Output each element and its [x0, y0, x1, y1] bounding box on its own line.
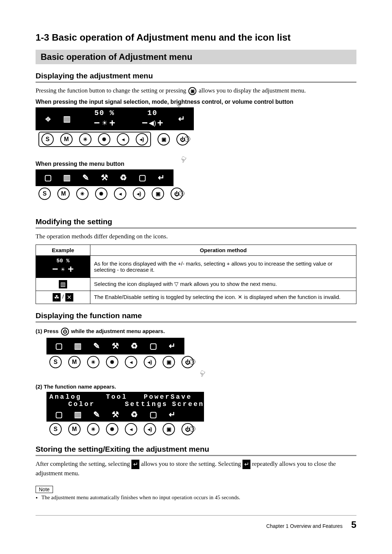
help-icon: ? [179, 190, 184, 196]
operation-table: Example Operation method 50 % − ☀ + As f… [36, 245, 356, 304]
storing-a: After completing the setting, selecting [36, 460, 131, 467]
menu-icon-inline: ▣ [188, 87, 196, 95]
help-icon: ? [184, 136, 190, 142]
method-text: Selecting the icon displayed with ▽ mark… [90, 278, 356, 291]
screen-icon: ▢ [49, 339, 68, 353]
cross-inline: ✕ [238, 294, 242, 300]
minus-icon: − [52, 264, 58, 275]
screen-icon: ▢ [38, 171, 57, 185]
brightness-icon: ☀ [101, 119, 109, 127]
return-icon-inline: ↵ [242, 460, 250, 469]
brightness-value: 50 % [94, 109, 115, 117]
s-button[interactable]: S [49, 423, 62, 435]
bright-dim-button[interactable]: ✳ [76, 188, 89, 200]
step1-b: while the adjustment menu appears. [71, 328, 165, 334]
bright-up-button[interactable]: ✺ [98, 133, 110, 145]
power-icon-inline: ⏻ [61, 328, 69, 336]
label-analog: Analog [49, 393, 87, 401]
s-button[interactable]: S [38, 188, 51, 200]
monitor-icon: ▥ [59, 280, 67, 288]
m-button[interactable]: M [60, 133, 73, 145]
vol-low-button[interactable]: ◂ [125, 423, 137, 435]
example-toggle: ☘ / ✕ [36, 291, 90, 304]
th-method: Operation method [90, 245, 356, 255]
settings-icon: ⚒ [106, 339, 125, 353]
color-icon: ▥ [68, 339, 87, 353]
button-row: S M ✳ ✺ ◂ ◂) ▣ ⏻ ? [36, 132, 356, 147]
vol-high-button[interactable]: ◂) [133, 188, 145, 200]
subheading-func-name: Displaying the function name [36, 311, 356, 323]
label-tool: Tool [106, 393, 144, 401]
return-icon-inline: ↵ [131, 460, 139, 469]
plus-icon: + [109, 117, 115, 129]
s-button[interactable]: S [41, 133, 54, 145]
note-label: Note [36, 486, 53, 493]
input-icon: ⎆ [38, 112, 57, 126]
slash: / [62, 294, 65, 300]
button-row: S M ✳ ✺ ◂ ◂) ▣ ⏻ ? [46, 356, 356, 368]
tool-icon: ✎ [87, 339, 106, 353]
bright-up-button[interactable]: ✺ [106, 423, 118, 435]
tool-icon: ✎ [76, 171, 95, 185]
monitor-icon: ▥ [57, 112, 76, 126]
txt-b: is displayed when the function is invali… [244, 294, 340, 300]
vol-plus-icon: + [157, 117, 163, 129]
vol-low-button[interactable]: ◂ [114, 188, 126, 200]
example-brightness: 50 % − ☀ + [36, 255, 90, 278]
step1-a: (1) Press [36, 328, 60, 334]
subheading-storing: Storing the setting/Exiting the adjustme… [36, 445, 356, 456]
m-button[interactable]: M [68, 356, 81, 368]
bright-dim-button[interactable]: ✳ [87, 423, 99, 435]
settings-icon: ⚒ [106, 408, 125, 422]
bright-up-button[interactable]: ✺ [95, 188, 107, 200]
heading-bar: Basic operation of Adjustment menu [36, 50, 356, 64]
bright-dim-button[interactable]: ✳ [79, 133, 91, 145]
return-icon: ↵ [163, 339, 181, 353]
color-icon: ▥ [57, 171, 76, 185]
line-signal-press: When pressing the input signal selection… [36, 99, 356, 105]
menu-button[interactable]: ▣ [158, 133, 170, 145]
label-screen: Screen [172, 401, 201, 408]
storing-text: After completing the setting, selecting … [36, 460, 356, 478]
vol-low-button[interactable]: ◂ [117, 133, 129, 145]
menu-button[interactable]: ▣ [152, 188, 164, 200]
vol-high-button[interactable]: ◂) [136, 133, 148, 145]
button-row: S M ✳ ✺ ◂ ◂) ▣ ⏻ ? [36, 188, 356, 200]
minus-icon: − [94, 117, 100, 129]
hand-pointer-icon: ☟ [179, 154, 346, 257]
screen2-icon: ▢ [144, 408, 163, 422]
heading-main: 1-3 Basic operation of Adjustment menu a… [36, 32, 356, 43]
vol-icon: ◀) [148, 119, 156, 127]
bright-up-button[interactable]: ✺ [106, 356, 118, 368]
osd-bar-menu: ▢ ▥ ✎ ⚒ ♻ ▢ ↵ [36, 169, 173, 186]
menu-button[interactable]: ▣ [163, 356, 175, 368]
note-list: The adjustment menu automatically finish… [36, 495, 356, 501]
help-icon: ? [189, 359, 195, 365]
menu-button[interactable]: ▣ [163, 423, 175, 435]
help-icon: ? [189, 426, 195, 432]
label-color: Color [68, 401, 106, 408]
screen-icon: ▢ [49, 408, 68, 422]
plus-icon: + [68, 264, 74, 275]
color-icon: ▥ [68, 408, 87, 422]
button-row: S M ✳ ✺ ◂ ◂) ▣ ⏻ ? [46, 423, 356, 435]
vol-low-button[interactable]: ◂ [125, 356, 137, 368]
vol-high-button[interactable]: ◂) [144, 356, 156, 368]
table-row: ☘ / ✕ The Enable/Disable setting is togg… [36, 291, 356, 304]
label-powersave: PowerSave [144, 393, 181, 401]
s-button[interactable]: S [49, 356, 62, 368]
m-button[interactable]: M [68, 423, 81, 435]
m-button[interactable]: M [57, 188, 70, 200]
hand-pointer-icon: ☟ [197, 368, 206, 379]
footer-chapter: Chapter 1 Overview and Features [266, 523, 343, 529]
example-value: 50 % [40, 258, 86, 264]
method-text: The Enable/Disable setting is toggled by… [90, 291, 356, 304]
powersave-icon: ♻ [114, 171, 133, 185]
vol-high-button[interactable]: ◂) [144, 423, 156, 435]
osd-bar-signal: ⎆ ▥ 50 % − ☀ + 10 − ◀) + ↵ [36, 107, 194, 130]
bright-dim-button[interactable]: ✳ [87, 356, 99, 368]
powersave-icon: ♻ [125, 339, 144, 353]
method-text: As for the icons displayed with the +/- … [90, 255, 356, 278]
eco-icon: ☘ [53, 293, 61, 301]
osd-bar-labeled: Analog Tool PowerSave Color Settings Scr… [46, 392, 204, 422]
